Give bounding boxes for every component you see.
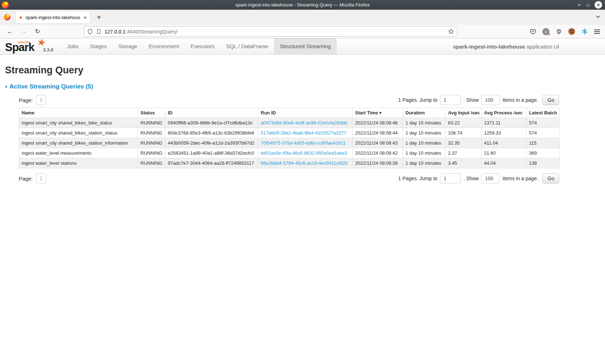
cell-run-id: 517afd3f-28e2-4ba8-9fe4-4102527a3277: [258, 128, 353, 138]
items-per-page-input[interactable]: [481, 95, 500, 105]
column-header[interactable]: Name: [19, 108, 138, 118]
close-button[interactable]: ×: [595, 1, 602, 9]
run-id-link[interactable]: a0473d8d-80e6-4e9f-ac98-02e0cfa283dd: [261, 120, 347, 126]
pages-summary: 1 Pages. Jump to: [398, 97, 438, 103]
column-header[interactable]: Avg Input /sec: [445, 108, 481, 118]
window-title: spark-ingest-into-lakehouse - Streaming …: [0, 2, 605, 8]
url-host: 127.0.0.1: [104, 29, 125, 35]
spark-favicon-icon: ★: [19, 15, 23, 20]
ublock-origin-icon[interactable]: UO: [556, 28, 562, 35]
table-body: ingest smart_city shared_bikes_bike_stat…: [19, 118, 560, 168]
spark-navbar: APACHE Spark ★ 3.3.0 Jobs Stages Storage…: [0, 38, 605, 55]
table-row: ingest water_level stations RUNNING 97ad…: [19, 158, 560, 168]
nav-tab-sql-dataframe[interactable]: SQL / DataFrame: [220, 38, 274, 54]
bookmark-star-icon[interactable]: [448, 28, 454, 35]
cell-query-id: e2563451-1a89-40a1-a86f-36d37d2ecfc0: [165, 148, 258, 158]
nav-tab-stages[interactable]: Stages: [84, 38, 113, 54]
spark-logo[interactable]: APACHE Spark ★ 3.3.0: [0, 38, 57, 54]
cookie-extension-icon[interactable]: [568, 28, 575, 35]
cell-query-name: ingest smart_city shared_bikes_bike_stat…: [19, 118, 138, 128]
menu-button[interactable]: [594, 29, 600, 34]
run-id-link[interactable]: bd51ed3c-f0fa-46c6-8632-950e5ed1ebe3: [261, 150, 347, 156]
cell-start-time: 2022/11/24 08:08:44: [353, 128, 403, 138]
cell-avg-process: 1371.11: [481, 118, 526, 128]
cell-duration: 1 day 10 minutes: [403, 118, 445, 128]
nav-tab-environment[interactable]: Environment: [143, 38, 185, 54]
cell-run-id: 70f54975-375d-4d05-bdfa-ccd0fae42821: [258, 138, 353, 148]
show-label: . Show: [463, 97, 479, 103]
table-row: ingest water_level measurements RUNNING …: [19, 148, 560, 158]
cell-status: RUNNING: [138, 148, 165, 158]
shield-permissions-icon[interactable]: [87, 29, 93, 35]
asterisk-extension-icon[interactable]: [581, 28, 588, 35]
run-id-link[interactable]: 66e2bbb4-5784-45c6-ac19-4ec9411c6f25: [261, 160, 348, 166]
page-number-input[interactable]: [36, 173, 46, 183]
streaming-queries-table: NameStatusIDRun IDStart Time ▾DurationAv…: [19, 108, 560, 168]
pagination-bottom: Page: 1 Pages. Jump to . Show items in a…: [19, 173, 559, 183]
close-tab-icon[interactable]: ×: [82, 14, 88, 21]
column-header[interactable]: Avg Process /sec: [481, 108, 526, 118]
spark-nav: Jobs Stages Storage Environment Executor…: [61, 38, 337, 54]
cell-status: RUNNING: [138, 128, 165, 138]
back-button[interactable]: ←: [4, 28, 16, 35]
privacy-extension-icon[interactable]: ☺ ✕: [542, 28, 550, 35]
run-id-link[interactable]: 517afd3f-28e2-4ba8-9fe4-4102527a3277: [261, 130, 346, 136]
chevron-down-icon: [595, 14, 601, 19]
page-number-input[interactable]: [36, 95, 46, 105]
browser-tab[interactable]: ★ spark-ingest-into-lakehous ×: [15, 11, 90, 23]
items-label: items in a page.: [502, 97, 538, 103]
nav-tab-jobs[interactable]: Jobs: [61, 38, 84, 54]
new-tab-button[interactable]: +: [95, 13, 103, 22]
cell-query-name: ingest water_level measurements: [19, 148, 138, 158]
svg-text:UO: UO: [557, 30, 560, 32]
cell-avg-input: 32.35: [445, 138, 481, 148]
pocket-icon[interactable]: [530, 28, 536, 35]
cell-latest-batch: 115: [526, 138, 560, 148]
go-button[interactable]: Go: [542, 95, 559, 105]
go-button[interactable]: Go: [542, 173, 559, 183]
maximize-button[interactable]: ◇: [586, 2, 590, 8]
cell-latest-batch: 138: [526, 158, 560, 168]
column-header[interactable]: Latest Batch: [526, 108, 560, 118]
cell-run-id: 66e2bbb4-5784-45c6-ac19-4ec9411c6f25: [258, 158, 353, 168]
nav-tab-storage[interactable]: Storage: [112, 38, 143, 54]
cell-avg-process: 1259.33: [481, 128, 526, 138]
active-queries-section-toggle[interactable]: ▾ Active Streaming Queries (5): [5, 83, 605, 90]
cell-avg-input: 83.22: [445, 118, 481, 128]
nav-tab-executors[interactable]: Executors: [185, 38, 220, 54]
collapse-arrow-icon: ▾: [5, 84, 7, 89]
section-title: Active Streaming Queries (5): [9, 83, 93, 90]
column-header[interactable]: Start Time ▾: [353, 108, 403, 118]
column-header[interactable]: Status: [138, 108, 165, 118]
application-ui-label: spark-ingest-into-lakehouse application …: [453, 44, 605, 50]
cell-duration: 1 day 10 minutes: [403, 148, 445, 158]
column-header[interactable]: Run ID: [258, 108, 353, 118]
cell-avg-process: 21.60: [481, 148, 526, 158]
pages-summary: 1 Pages. Jump to: [398, 176, 438, 181]
tab-bar: ★ spark-ingest-into-lakehous × +: [0, 10, 605, 25]
forward-button[interactable]: →: [18, 28, 30, 35]
page-info-icon[interactable]: [96, 29, 101, 34]
minimize-button[interactable]: [577, 3, 582, 7]
nav-tab-structured-streaming[interactable]: Structured Streaming: [274, 38, 337, 54]
column-header[interactable]: Duration: [403, 108, 445, 118]
url-bar[interactable]: 127.0.0.1:4040/StreamingQuery/: [84, 26, 457, 37]
url-text: 127.0.0.1:4040/StreamingQuery/: [104, 29, 448, 35]
cell-avg-process: 44.04: [481, 158, 526, 168]
list-tabs-button[interactable]: [595, 14, 601, 21]
jump-to-input[interactable]: [440, 95, 461, 105]
cell-start-time: 2022/11/24 08:08:39: [353, 158, 403, 168]
run-id-link[interactable]: 70f54975-375d-4d05-bdfa-ccd0fae42821: [261, 140, 346, 146]
reload-button[interactable]: ↻: [32, 28, 43, 35]
firefox-app-icon[interactable]: [4, 14, 10, 21]
items-label: items in a page.: [502, 176, 538, 181]
apache-label: APACHE: [18, 41, 31, 44]
items-per-page-input[interactable]: [481, 173, 500, 183]
tab-title: spark-ingest-into-lakehous: [26, 15, 83, 20]
cell-latest-batch: 574: [526, 128, 560, 138]
cell-query-id: 60dc3768-85e3-4fb5-a13c-63b29938bfe6: [165, 128, 258, 138]
jump-to-input[interactable]: [440, 173, 461, 183]
column-header[interactable]: ID: [165, 108, 258, 118]
cell-avg-input: 3.45: [445, 158, 481, 168]
cell-avg-process: 411.04: [481, 138, 526, 148]
